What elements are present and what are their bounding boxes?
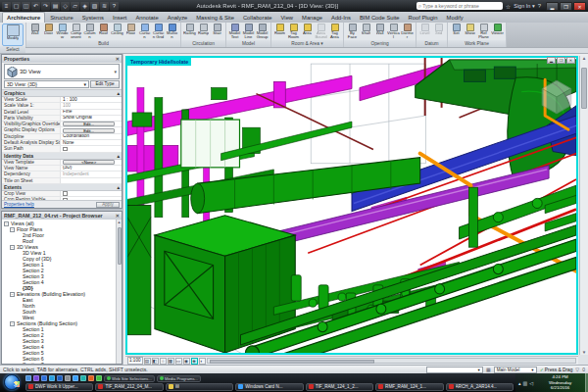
exchange-apps-icon[interactable]: ☆ <box>506 3 511 10</box>
ribbon-button-level[interactable]: Level <box>418 24 431 40</box>
property-value[interactable]: Edit... <box>61 127 122 132</box>
temporary-hide-isolate-icon[interactable]: ◈ <box>191 358 198 365</box>
browser-scrollbar[interactable]: ▲ <box>116 220 122 364</box>
task-button-arch-a-2ar14-4[interactable]: ARCH_A_2AR14.4... <box>446 383 514 392</box>
thin-lines-icon[interactable]: ≋ <box>100 2 109 11</box>
sun-path-checkbox[interactable] <box>63 147 68 152</box>
ribbon-button-ceiling[interactable]: Ceiling <box>111 24 123 40</box>
ribbon-button-dormer[interactable]: Dormer <box>401 24 414 40</box>
viewport-horizontal-scrollbar[interactable] <box>207 358 577 364</box>
tree-item-section-7[interactable]: Section 7 <box>4 362 122 364</box>
property-group-extents[interactable]: Extents▴ <box>2 184 122 191</box>
expand-icon[interactable]: − <box>10 245 15 250</box>
instance-combo[interactable]: 3D View: {3D} ▾ <box>4 80 89 88</box>
ribbon-button-grid[interactable]: Grid <box>432 24 445 40</box>
reveal-hidden-elements-icon[interactable]: ◐ <box>199 358 206 365</box>
ribbon-tab-systems[interactable]: Systems <box>78 13 108 23</box>
editable-only-icon[interactable]: ▦ <box>486 367 491 372</box>
property-value[interactable] <box>61 146 122 151</box>
crop-view-checkbox[interactable] <box>63 191 68 196</box>
property-value[interactable]: Show Original <box>61 116 122 121</box>
task-button-w[interactable]: W <box>166 383 233 392</box>
open-icon[interactable]: ▢ <box>12 2 21 11</box>
ribbon-tab-add-ins[interactable]: Add-Ins <box>327 13 355 23</box>
crop-view-icon[interactable]: ▭ <box>175 358 182 365</box>
ribbon-button-model-text[interactable]: Model Text <box>228 24 241 40</box>
sun-path-icon[interactable]: ☼ <box>160 358 167 365</box>
visual-style-icon[interactable]: ◧ <box>152 358 159 365</box>
property-value[interactable]: Independent <box>61 172 122 176</box>
maximize-button[interactable]: ❐ <box>560 2 572 11</box>
view-scale-button[interactable]: 1:100 <box>127 357 143 365</box>
search-box[interactable]: ⌕ <box>416 2 503 10</box>
ribbon-button-tag-room[interactable]: Tag Room <box>287 24 300 40</box>
apply-button[interactable]: Apply <box>96 202 120 208</box>
properties-help-link[interactable]: Properties help <box>4 202 34 207</box>
ribbon-button-mullion[interactable]: Mullion <box>166 24 178 40</box>
sign-in-button[interactable]: Sign In ▾ <box>514 3 534 9</box>
quick-launch-icon-3[interactable] <box>41 375 47 381</box>
start-button[interactable] <box>4 374 20 390</box>
quick-launch-icon-4[interactable] <box>49 375 55 381</box>
ribbon-button-window[interactable]: Window <box>56 24 69 40</box>
property-group-identity-data[interactable]: Identity Data▴ <box>2 153 122 160</box>
ribbon-button-tag-area[interactable]: Tag Area <box>328 24 341 40</box>
hidden-icons-chevron[interactable]: ▴ <box>518 380 521 386</box>
ribbon-button-curtain-system[interactable]: Curtain System <box>138 24 151 40</box>
filter-icon[interactable]: ▽ <box>575 367 579 372</box>
edit-type-button[interactable]: Edit Type <box>90 80 120 88</box>
ribbon-tab-architecture[interactable]: Architecture <box>2 12 45 23</box>
ribbon-button-ramp[interactable]: Ramp <box>197 24 210 40</box>
close-button[interactable]: ✕ <box>573 2 586 11</box>
default-3d-view-icon[interactable]: ◈ <box>80 2 89 11</box>
ribbon-tab-insert[interactable]: Insert <box>109 13 131 23</box>
ribbon-button-wall[interactable]: Wall <box>373 24 386 40</box>
volume-icon[interactable]: ◁ <box>529 380 533 386</box>
ribbon-tab-annotate[interactable]: Annotate <box>131 13 162 23</box>
network-icon[interactable]: ▥ <box>523 380 528 386</box>
quick-launch-icon-5[interactable] <box>57 375 63 381</box>
expand-icon[interactable]: − <box>10 321 15 326</box>
ribbon-button-component[interactable]: Component <box>70 24 82 40</box>
ribbon-button-set[interactable]: Set <box>450 24 463 40</box>
ribbon-tab-manage[interactable]: Manage <box>298 13 326 23</box>
property-value[interactable]: <None> <box>61 160 122 165</box>
ribbon-tab-structure[interactable]: Structure <box>46 13 77 23</box>
ribbon-button-wall[interactable]: Wall <box>28 24 41 40</box>
ribbon-button-area[interactable]: Area <box>301 24 314 40</box>
task-button-tif-ram-212-04-m[interactable]: TIF_RAM_212_04_M... <box>95 383 163 392</box>
view-cube[interactable] <box>541 79 572 115</box>
tag-icon[interactable]: ▱ <box>71 2 79 11</box>
expand-icon[interactable]: − <box>4 221 9 226</box>
quick-launch-icon-7[interactable] <box>73 375 78 381</box>
ribbon-button-modify[interactable]: Modify <box>2 24 24 46</box>
type-selector[interactable]: 3D View ▾ <box>4 64 120 79</box>
ribbon-button-floor[interactable]: Floor <box>124 24 137 40</box>
ribbon-button-column[interactable]: Column <box>83 24 96 40</box>
property-value[interactable]: {3D} <box>61 166 122 171</box>
ribbon-button-railing[interactable]: Railing <box>183 24 196 40</box>
task-button-rmf-ram-124-1[interactable]: RMF_RAM_124_1... <box>375 383 443 392</box>
ribbon-button-viewer[interactable]: Viewer <box>491 24 504 40</box>
quick-launch-icon-1[interactable] <box>25 375 31 381</box>
press-and-drag-checkbox[interactable]: ✓ Press & Drag <box>540 367 573 372</box>
property-value[interactable]: Coordination <box>61 134 122 139</box>
view-restore-button[interactable]: ❐ <box>557 57 565 64</box>
viewport-vertical-scrollbar[interactable]: ▲▼ <box>579 56 588 355</box>
expand-icon[interactable]: − <box>10 292 15 297</box>
property-value[interactable]: 1 : 100 <box>61 97 122 102</box>
ribbon-tab-analyze[interactable]: Analyze <box>164 13 192 23</box>
quick-launch-icon-10[interactable] <box>96 375 102 381</box>
ribbon-button-door[interactable]: Door <box>42 24 55 40</box>
expand-icon[interactable]: − <box>10 227 15 232</box>
workset-combo[interactable]: ▾ <box>426 367 483 373</box>
shadows-icon[interactable]: ▦ <box>168 358 174 365</box>
task-button-tif-ram-124-1-2[interactable]: TIF_RAM_124_1_2... <box>306 383 373 392</box>
ribbon-button-vertical[interactable]: Vertical <box>387 24 400 40</box>
save-icon[interactable]: ◫ <box>22 2 30 11</box>
graphic-display-options-button[interactable]: Edit... <box>63 128 115 133</box>
task-button-dwf-work-it-upper[interactable]: DWF Work It Upper... <box>25 383 93 392</box>
measure-icon[interactable]: ◇ <box>61 2 70 11</box>
close-icon[interactable]: ✕ <box>116 56 120 62</box>
undo-icon[interactable]: ↶ <box>31 2 40 11</box>
